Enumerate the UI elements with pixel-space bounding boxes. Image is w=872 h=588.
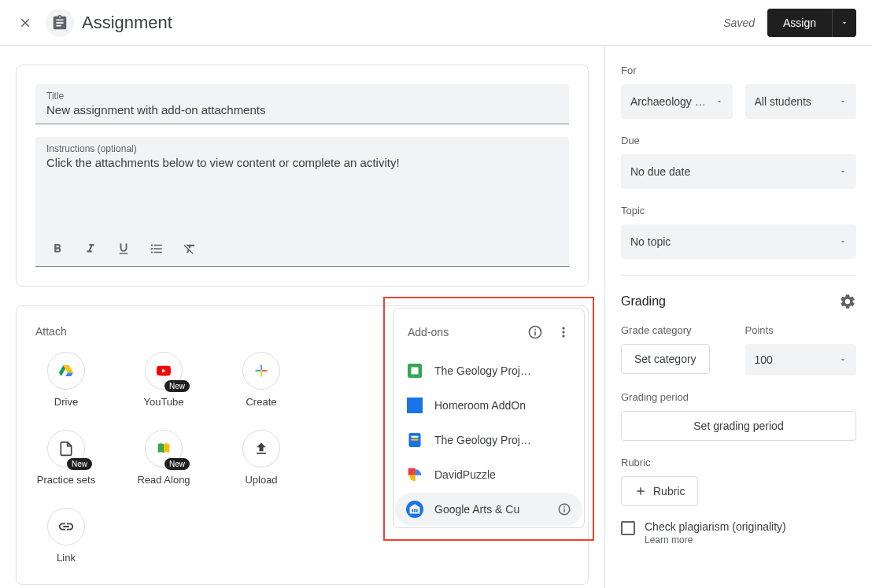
addons-more-button[interactable]	[549, 318, 578, 346]
addons-header: Add-ons	[394, 309, 584, 354]
clear-format-icon	[183, 242, 197, 256]
grading-settings-button[interactable]	[839, 293, 856, 310]
read-along-icon	[154, 440, 173, 457]
format-toolbar	[46, 233, 558, 261]
bold-button[interactable]	[50, 241, 65, 257]
page-title: Assignment	[82, 13, 172, 33]
youtube-icon	[154, 364, 173, 378]
drive-icon	[57, 363, 75, 379]
new-badge: New	[67, 458, 92, 470]
addon-app-icon	[407, 398, 423, 413]
topic-label: Topic	[621, 205, 856, 216]
points-select[interactable]: 100	[745, 344, 857, 375]
assign-menu-button[interactable]	[832, 9, 856, 37]
caret-down-icon	[839, 168, 847, 176]
list-button[interactable]	[149, 241, 164, 257]
grade-category-label: Grade category	[621, 324, 733, 336]
info-icon	[527, 324, 543, 340]
addons-list[interactable]: The Geology Proj… Homeroom AddOn The Geo…	[394, 354, 584, 527]
rubric-button[interactable]: Rubric	[621, 476, 698, 506]
rubric-label: Rubric	[621, 457, 856, 468]
addon-app-icon	[406, 501, 423, 518]
instructions-label: Instructions (optional)	[46, 143, 558, 154]
due-label: Due	[621, 135, 856, 146]
italic-button[interactable]	[83, 241, 98, 257]
svg-rect-2	[407, 398, 423, 413]
assign-button[interactable]: Assign	[767, 9, 832, 37]
bullet-list-icon	[150, 242, 164, 256]
plagiarism-label: Check plagiarism (originality)	[645, 520, 786, 533]
attach-practice-sets[interactable]: New Practice sets	[35, 430, 97, 487]
instructions-value: Click the attachments below to view cont…	[46, 154, 558, 233]
addon-item[interactable]: The Geology Proj…	[395, 354, 582, 387]
attach-read-along[interactable]: New Read Along	[133, 430, 194, 487]
caret-down-icon	[841, 19, 848, 27]
attach-youtube[interactable]: New YouTube	[133, 352, 194, 409]
addon-app-icon	[408, 364, 422, 378]
svg-rect-1	[412, 368, 419, 375]
addon-item[interactable]: The Geology Proj…	[395, 423, 582, 457]
plus-multicolor-icon	[253, 363, 269, 379]
addons-info-button[interactable]	[521, 318, 549, 346]
underline-icon	[116, 242, 131, 256]
addon-row-info-button[interactable]	[557, 502, 571, 516]
svg-rect-5	[412, 439, 419, 441]
saved-status: Saved	[723, 17, 755, 29]
upload-icon	[253, 441, 269, 457]
close-button[interactable]	[16, 13, 35, 32]
assign-button-group: Assign	[767, 9, 856, 37]
plus-icon	[634, 485, 647, 497]
sidebar: For Archaeology … All students Due No du…	[604, 46, 872, 588]
title-value: New assignment with add-on attachments	[46, 102, 558, 119]
info-icon	[557, 502, 571, 516]
set-grading-period-button[interactable]: Set grading period	[621, 411, 856, 441]
plagiarism-checkbox[interactable]	[621, 521, 635, 535]
practice-sets-icon	[58, 440, 74, 457]
more-vert-icon	[556, 324, 571, 340]
class-select[interactable]: Archaeology …	[621, 84, 733, 119]
addons-panel: Add-ons The Geology Proj… Hom	[393, 308, 585, 528]
attach-upload[interactable]: Upload	[231, 430, 292, 487]
learn-more-link[interactable]: Learn more	[645, 534, 786, 545]
addon-app-icon	[408, 432, 422, 448]
caret-down-icon	[715, 98, 723, 105]
addons-title: Add-ons	[408, 326, 521, 338]
attach-link[interactable]: Link	[35, 508, 97, 565]
svg-rect-4	[412, 436, 419, 438]
main-content: Title New assignment with add-on attachm…	[0, 46, 604, 588]
grading-period-label: Grading period	[621, 391, 856, 403]
close-icon	[18, 16, 32, 30]
assignment-type-icon	[46, 9, 74, 37]
title-label: Title	[46, 91, 558, 102]
addon-item[interactable]: Google Arts & Cu	[395, 493, 582, 526]
underline-button[interactable]	[116, 241, 131, 257]
for-label: For	[621, 65, 856, 76]
clipboard-icon	[51, 14, 68, 31]
points-label: Points	[745, 324, 857, 336]
attach-drive[interactable]: Drive	[35, 352, 97, 409]
italic-icon	[83, 242, 98, 256]
students-select[interactable]: All students	[745, 84, 857, 119]
attach-create[interactable]: Create	[231, 352, 292, 409]
addon-item[interactable]: Homeroom AddOn	[395, 389, 582, 422]
clear-format-button[interactable]	[182, 241, 198, 257]
set-category-button[interactable]: Set category	[621, 344, 710, 374]
link-icon	[57, 518, 75, 535]
new-badge: New	[164, 458, 190, 470]
bold-icon	[50, 242, 65, 256]
title-field[interactable]: Title New assignment with add-on attachm…	[35, 84, 569, 124]
new-badge: New	[164, 380, 190, 392]
app-header: Assignment Saved Assign	[0, 0, 872, 46]
caret-down-icon	[839, 98, 847, 105]
due-select[interactable]: No due date	[621, 154, 856, 189]
topic-select[interactable]: No topic	[621, 224, 856, 259]
addon-item[interactable]: DavidPuzzle	[395, 458, 582, 491]
caret-down-icon	[839, 238, 847, 246]
instructions-field[interactable]: Instructions (optional) Click the attach…	[35, 137, 569, 267]
assignment-form-card: Title New assignment with add-on attachm…	[16, 65, 589, 287]
caret-down-icon	[839, 356, 847, 364]
grading-heading: Grading	[621, 294, 666, 309]
plagiarism-row: Check plagiarism (originality) Learn mor…	[621, 520, 856, 545]
gear-icon	[839, 293, 856, 310]
addon-app-icon	[407, 467, 423, 483]
